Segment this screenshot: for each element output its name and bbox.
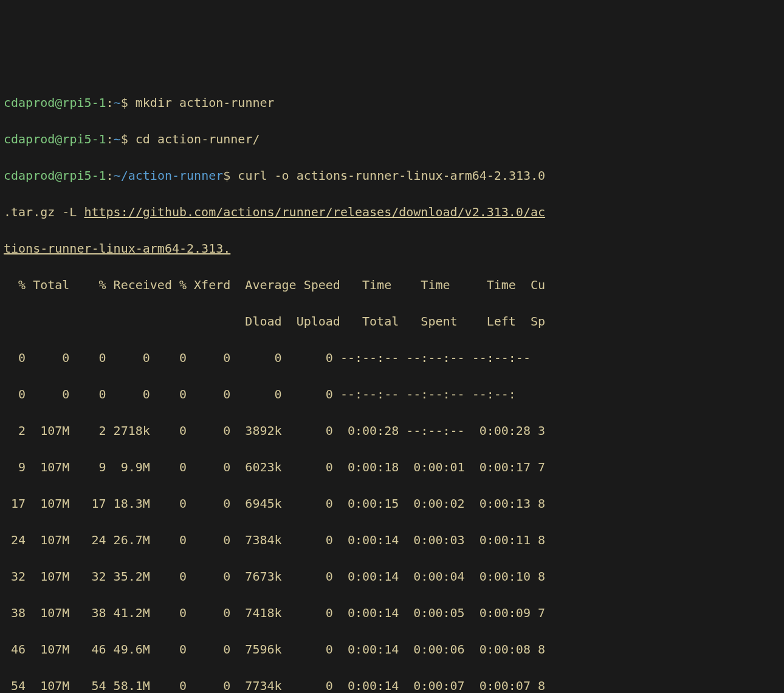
- curl-line-wrap: .tar.gz -L https://github.com/actions/ru…: [4, 203, 780, 221]
- cmd-cd: cd action-runner/: [136, 132, 260, 146]
- prompt-line-1: cdaprod@rpi5-1:~$ mkdir action-runner: [4, 94, 780, 112]
- curl-progress-row: 24 107M 24 26.7M 0 0 7384k 0 0:00:14 0:0…: [4, 531, 780, 549]
- curl-header-1: % Total % Received % Xferd Average Speed…: [4, 276, 780, 294]
- curl-progress-row: 54 107M 54 58.1M 0 0 7734k 0 0:00:14 0:0…: [4, 677, 780, 693]
- curl-progress-row: 32 107M 32 35.2M 0 0 7673k 0 0:00:14 0:0…: [4, 567, 780, 585]
- host: rpi5-1: [62, 95, 106, 110]
- curl-progress-row: 17 107M 17 18.3M 0 0 6945k 0 0:00:15 0:0…: [4, 494, 780, 513]
- curl-progress-row: 0 0 0 0 0 0 0 0 --:--:-- --:--:-- --:--:: [4, 385, 780, 403]
- curl-progress-row: 46 107M 46 49.6M 0 0 7596k 0 0:00:14 0:0…: [4, 640, 780, 658]
- prompt-line-3: cdaprod@rpi5-1:~/action-runner$ curl -o …: [4, 166, 780, 185]
- curl-progress-row: 38 107M 38 41.2M 0 0 7418k 0 0:00:14 0:0…: [4, 604, 780, 622]
- curl-line-wrap2: tions-runner-linux-arm64-2.313.: [4, 239, 780, 258]
- cmd-mkdir: mkdir action-runner: [136, 95, 275, 110]
- curl-header-2: Dload Upload Total Spent Left Sp: [4, 312, 780, 330]
- curl-url-2: tions-runner-linux-arm64-2.313.: [4, 241, 230, 256]
- user: cdaprod: [4, 95, 55, 110]
- prompt-line-2: cdaprod@rpi5-1:~$ cd action-runner/: [4, 130, 780, 148]
- path-home: ~: [114, 95, 121, 110]
- curl-url-1: https://github.com/actions/runner/releas…: [84, 205, 545, 219]
- cmd-curl-part1: curl -o actions-runner-linux-arm64-2.313…: [238, 168, 545, 183]
- curl-progress-row: 0 0 0 0 0 0 0 0 --:--:-- --:--:-- --:--:…: [4, 349, 780, 367]
- path-runner: ~/action-runner: [114, 168, 224, 183]
- curl-progress-row: 9 107M 9 9.9M 0 0 6023k 0 0:00:18 0:00:0…: [4, 458, 780, 476]
- terminal-output[interactable]: cdaprod@rpi5-1:~$ mkdir action-runner cd…: [4, 75, 780, 693]
- curl-progress-row: 2 107M 2 2718k 0 0 3892k 0 0:00:28 --:--…: [4, 422, 780, 440]
